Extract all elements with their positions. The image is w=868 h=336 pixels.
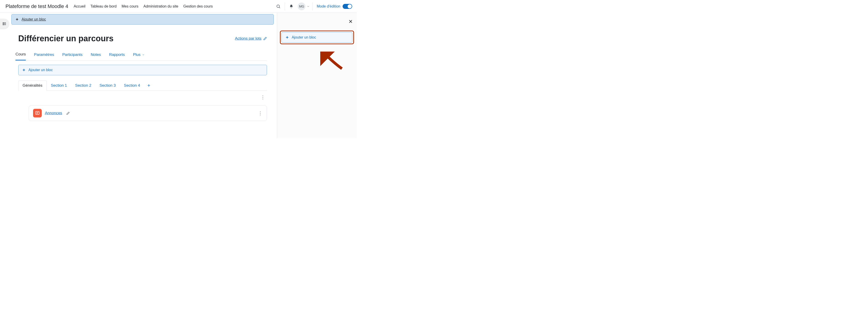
user-menu[interactable]: MG	[296, 2, 311, 10]
tab-reports[interactable]: Rapports	[109, 50, 125, 60]
add-block-label: Ajouter un bloc	[22, 17, 46, 22]
tab-participants[interactable]: Participants	[62, 50, 83, 60]
svg-rect-8	[36, 112, 39, 114]
plus-icon: +	[148, 83, 150, 88]
chevron-down-icon	[307, 5, 310, 8]
avatar: MG	[298, 2, 305, 10]
search-icon[interactable]	[273, 0, 283, 13]
add-section-button[interactable]: +	[144, 83, 154, 88]
nav-mycourses[interactable]: Mes cours	[122, 4, 138, 8]
svg-point-6	[3, 24, 3, 24]
tab-grades[interactable]: Notes	[91, 50, 101, 60]
section-tab-4[interactable]: Section 4	[120, 81, 144, 90]
section-tabs: Généralités Section 1 Section 2 Section …	[18, 80, 267, 91]
section-tab-general[interactable]: Généralités	[18, 80, 47, 91]
toggle-switch-on[interactable]	[343, 4, 352, 9]
tab-course[interactable]: Cours	[16, 50, 26, 60]
svg-line-1	[279, 7, 280, 8]
course-nav: Cours Paramètres Participants Notes Rapp…	[16, 50, 267, 61]
nav-dashboard[interactable]: Tableau de bord	[91, 4, 117, 8]
svg-point-0	[277, 5, 280, 7]
divider	[285, 2, 285, 10]
section-tab-3[interactable]: Section 3	[95, 81, 120, 90]
forum-icon	[33, 109, 42, 117]
primary-nav: Accueil Tableau de bord Mes cours Admini…	[73, 4, 273, 8]
activity-action-menu[interactable]: ⋮	[258, 110, 262, 116]
edit-title-button[interactable]	[66, 112, 70, 115]
course-header: Différencier un parcours Actions par lot…	[11, 25, 274, 43]
kebab-icon: ⋮	[260, 95, 265, 100]
top-navbar: Plateforme de test Moodle 4 Accueil Tabl…	[0, 0, 357, 13]
close-drawer-button[interactable]: ✕	[348, 19, 352, 24]
bulk-actions-link[interactable]: Actions par lots	[235, 36, 267, 41]
tab-settings[interactable]: Paramètres	[34, 50, 54, 60]
section-body: ⋮ Annonces ⋮	[18, 91, 267, 121]
nav-home[interactable]: Accueil	[73, 4, 86, 8]
notifications-icon[interactable]	[286, 0, 296, 13]
edit-mode-label: Mode d'édition	[317, 4, 340, 8]
page-body: + Ajouter un bloc Différencier un parcou…	[0, 13, 357, 138]
svg-point-5	[3, 22, 3, 23]
section-action-menu[interactable]: ⋮	[18, 92, 267, 101]
bulk-actions-label: Actions par lots	[235, 36, 261, 41]
add-block-right[interactable]: + Ajouter un bloc	[281, 32, 352, 43]
block-drawer: ✕ + Ajouter un bloc	[277, 13, 357, 138]
plus-icon: +	[23, 68, 25, 72]
svg-point-7	[3, 24, 3, 25]
tab-more[interactable]: Plus	[133, 50, 145, 60]
arrow-annotation	[320, 52, 343, 70]
add-block-label: Ajouter un bloc	[292, 35, 316, 39]
kebab-icon: ⋮	[258, 111, 262, 116]
nav-siteadmin[interactable]: Administration du site	[144, 4, 178, 8]
site-brand[interactable]: Plateforme de test Moodle 4	[5, 3, 68, 9]
plus-icon: +	[286, 35, 288, 40]
chevron-down-icon	[142, 53, 145, 56]
edit-mode-toggle[interactable]: Mode d'édition	[314, 4, 355, 9]
section-tab-1[interactable]: Section 1	[47, 81, 71, 90]
pencil-icon	[263, 37, 267, 40]
highlight-annotation: + Ajouter un bloc	[280, 31, 354, 44]
tab-more-label: Plus	[133, 53, 141, 57]
add-block-top[interactable]: + Ajouter un bloc	[11, 14, 274, 25]
course-title: Différencier un parcours	[18, 34, 114, 43]
nav-coursemgmt[interactable]: Gestion des cours	[183, 4, 213, 8]
add-block-content[interactable]: + Ajouter un bloc	[18, 65, 267, 75]
main-region: + Ajouter un bloc Différencier un parcou…	[0, 13, 277, 138]
plus-icon: +	[16, 17, 19, 22]
activity-name[interactable]: Annonces	[45, 111, 62, 115]
activity-card[interactable]: Annonces ⋮	[29, 105, 267, 121]
close-icon: ✕	[348, 19, 352, 24]
navbar-right: MG Mode d'édition	[273, 0, 355, 12]
pencil-icon	[66, 112, 70, 115]
add-block-label: Ajouter un bloc	[29, 68, 53, 72]
section-tab-2[interactable]: Section 2	[71, 81, 95, 90]
list-icon	[2, 22, 7, 26]
